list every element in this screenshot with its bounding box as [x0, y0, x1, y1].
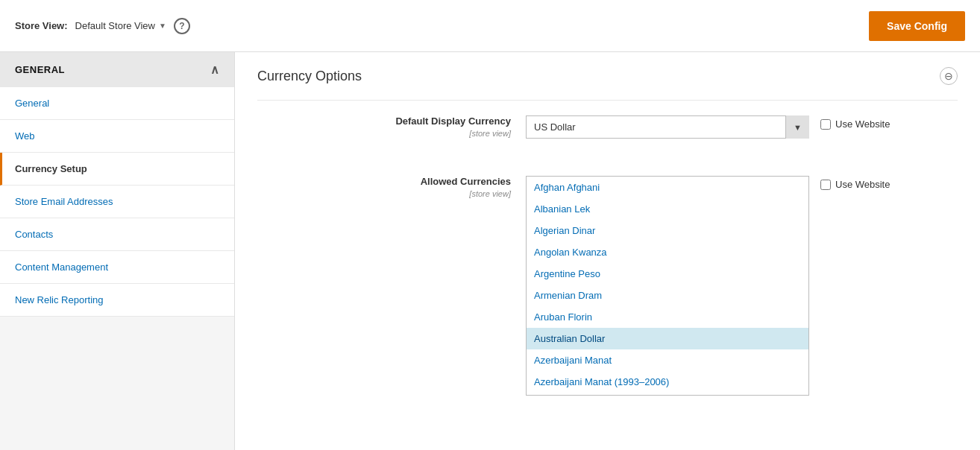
allowed-currencies-row: Allowed Currencies [store view] Afghan A… [257, 165, 958, 407]
default-currency-label: Default Display Currency [272, 115, 511, 127]
sidebar-items: GeneralWebCurrency SetupStore Email Addr… [0, 87, 234, 317]
default-currency-use-website-checkbox[interactable] [820, 119, 831, 130]
help-icon[interactable]: ? [174, 18, 190, 34]
listbox-item-azerbaijani-manat[interactable]: Azerbaijani Manat [527, 349, 808, 371]
store-view-arrow-icon: ▼ [159, 22, 166, 30]
content-area: Currency Options ⊖ Default Display Curre… [235, 52, 980, 450]
sidebar-item-currency-setup[interactable]: Currency Setup [0, 153, 234, 186]
allowed-currencies-label-col: Allowed Currencies [store view] [272, 176, 526, 199]
save-config-button[interactable]: Save Config [869, 11, 965, 41]
form-divider-top [257, 100, 958, 101]
sidebar-item-general[interactable]: General [0, 87, 234, 120]
listbox-item-aruban-florin[interactable]: Aruban Florin [527, 306, 808, 328]
sidebar-item-content-management[interactable]: Content Management [0, 251, 234, 284]
listbox-item-armenian-dram[interactable]: Armenian Dram [527, 285, 808, 306]
top-bar: Store View: Default Store View ▼ ? Save … [0, 0, 980, 52]
default-currency-use-website: Use Website [820, 118, 890, 130]
default-currency-label-col: Default Display Currency [store view] [272, 115, 526, 139]
listbox-item-albanian-lek[interactable]: Albanian Lek [527, 198, 808, 220]
store-view-label: Store View: [15, 20, 68, 31]
store-view-section: Store View: Default Store View ▼ ? [15, 18, 190, 34]
sidebar-general-header[interactable]: GENERAL ∧ [0, 52, 234, 87]
sidebar-item-store-email-addresses[interactable]: Store Email Addresses [0, 186, 234, 218]
sidebar-item-new-relic-reporting[interactable]: New Relic Reporting [0, 284, 234, 317]
allowed-currencies-listbox[interactable]: Afghan AfghaniAlbanian LekAlgerian Dinar… [526, 176, 809, 396]
listbox-item-australian-dollar[interactable]: Australian Dollar [527, 328, 808, 349]
store-view-value: Default Store View [75, 20, 155, 31]
section-title: Currency Options [257, 69, 362, 84]
default-currency-sub-label: [store view] [469, 129, 511, 138]
allowed-currencies-use-website-checkbox[interactable] [820, 180, 831, 190]
default-display-currency-row: Default Display Currency [store view] US… [257, 104, 958, 150]
main-layout: GENERAL ∧ GeneralWebCurrency SetupStore … [0, 52, 980, 450]
allowed-currencies-sub-label: [store view] [469, 189, 511, 198]
default-currency-control-col: US Dollar ▼ Use Website [526, 115, 943, 139]
default-currency-use-website-label: Use Website [835, 118, 890, 130]
store-view-dropdown[interactable]: Default Store View ▼ [75, 20, 166, 31]
allowed-currencies-label: Allowed Currencies [272, 176, 511, 187]
sidebar-section-title: GENERAL [15, 64, 65, 75]
allowed-currencies-use-website: Use Website [820, 179, 890, 190]
listbox-item-afghan-afghani[interactable]: Afghan Afghani [527, 177, 808, 198]
listbox-item-azerbaijani-manat-1993[interactable]: Azerbaijani Manat (1993–2006) [527, 371, 808, 393]
listbox-item-argentine-peso[interactable]: Argentine Peso [527, 263, 808, 285]
section-header: Currency Options ⊖ [257, 67, 958, 85]
listbox-item-algerian-dinar[interactable]: Algerian Dinar [527, 220, 808, 241]
sidebar-item-contacts[interactable]: Contacts [0, 218, 234, 251]
default-currency-select[interactable]: US Dollar [526, 115, 809, 139]
sidebar-item-web[interactable]: Web [0, 120, 234, 153]
collapse-icon[interactable]: ⊖ [940, 67, 958, 85]
allowed-currencies-control-col: Afghan AfghaniAlbanian LekAlgerian Dinar… [526, 176, 943, 396]
default-currency-select-wrapper: US Dollar ▼ [526, 115, 809, 139]
sidebar: GENERAL ∧ GeneralWebCurrency SetupStore … [0, 52, 235, 450]
allowed-currencies-listbox-wrapper: Afghan AfghaniAlbanian LekAlgerian Dinar… [526, 176, 809, 396]
listbox-item-angolan-kwanza[interactable]: Angolan Kwanza [527, 241, 808, 263]
sidebar-chevron-icon: ∧ [210, 63, 220, 77]
allowed-currencies-use-website-label: Use Website [835, 179, 890, 190]
